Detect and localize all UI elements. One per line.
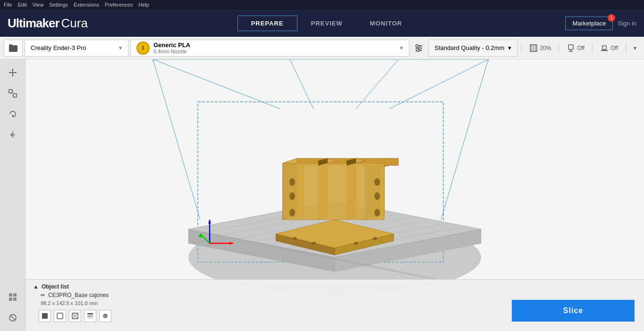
svg-line-58 bbox=[235, 211, 381, 239]
printer-selector[interactable]: Creality Ender-3 Pro ▾ bbox=[25, 40, 128, 57]
svg-line-48 bbox=[220, 236, 366, 264]
marketplace-label: Marketplace bbox=[572, 20, 606, 27]
printer-arrow: ▾ bbox=[119, 44, 122, 51]
menu-edit[interactable]: Edit bbox=[18, 2, 27, 8]
quality-label: Standard Quality - 0.2mm bbox=[434, 44, 504, 51]
svg-rect-30 bbox=[13, 298, 17, 301]
slice-button[interactable]: Slice bbox=[512, 300, 635, 322]
view-wire[interactable] bbox=[54, 310, 66, 322]
support-icon bbox=[567, 44, 575, 52]
svg-point-4 bbox=[419, 47, 421, 49]
object-list-header[interactable]: ▲ Object list bbox=[33, 283, 636, 290]
rotate-tool[interactable] bbox=[4, 106, 21, 123]
viewport[interactable]: ▲ Object list ✏ CE3PRO_Base cajones 98.2… bbox=[25, 59, 644, 331]
svg-marker-77 bbox=[318, 158, 337, 163]
svg-marker-73 bbox=[365, 158, 380, 220]
material-name: Generic PLA bbox=[153, 41, 190, 49]
object-name: CE3PRO_Base cajones bbox=[48, 292, 109, 298]
adhesion-toggle[interactable]: Off bbox=[596, 40, 622, 57]
print-settings-button[interactable] bbox=[411, 40, 426, 57]
mirror-tool[interactable] bbox=[4, 126, 21, 143]
svg-point-88 bbox=[311, 241, 316, 245]
svg-rect-99 bbox=[42, 313, 48, 319]
svg-marker-66 bbox=[276, 234, 335, 255]
infill-icon bbox=[529, 44, 538, 52]
menu-settings[interactable]: Settings bbox=[49, 2, 68, 8]
svg-line-52 bbox=[282, 249, 428, 277]
svg-line-36 bbox=[389, 59, 488, 109]
logo-cura: Cura bbox=[61, 16, 88, 31]
svg-line-33 bbox=[153, 59, 280, 109]
toolbar-row: Creality Ender-3 Pro ▾ 1 Generic PLA 0.4… bbox=[0, 37, 644, 59]
menu-preferences[interactable]: Preferences bbox=[105, 2, 133, 8]
svg-marker-46 bbox=[335, 229, 481, 272]
view-solid-alt[interactable] bbox=[99, 310, 111, 322]
left-sidebar bbox=[0, 59, 25, 331]
svg-rect-104 bbox=[87, 313, 93, 314]
settings-sliders-icon bbox=[415, 44, 423, 52]
svg-marker-72 bbox=[365, 158, 398, 168]
svg-marker-71 bbox=[365, 158, 384, 220]
main-area: ▲ Object list ✏ CE3PRO_Base cajones 98.2… bbox=[0, 59, 644, 331]
marketplace-button[interactable]: Marketplace 1 bbox=[565, 17, 613, 30]
material-selector[interactable]: 1 Generic PLA 0.4mm Nozzle ▾ bbox=[130, 40, 409, 57]
view-solid[interactable] bbox=[39, 310, 51, 322]
open-folder-button[interactable] bbox=[4, 40, 23, 57]
svg-line-95 bbox=[200, 234, 210, 243]
view-layers[interactable] bbox=[84, 310, 96, 322]
svg-point-107 bbox=[103, 314, 108, 318]
infill-label: 20% bbox=[540, 45, 551, 51]
infill-toggle[interactable]: 20% bbox=[525, 40, 555, 57]
move-tool[interactable] bbox=[4, 64, 21, 81]
svg-marker-74 bbox=[283, 158, 398, 163]
menu-file[interactable]: File bbox=[4, 2, 12, 8]
support-blocker-tool[interactable] bbox=[4, 309, 21, 326]
svg-line-64 bbox=[329, 231, 475, 259]
svg-line-61 bbox=[282, 221, 428, 249]
svg-marker-67 bbox=[335, 234, 394, 255]
svg-point-81 bbox=[289, 192, 295, 200]
menu-bar: File Edit View Settings Extensions Prefe… bbox=[0, 0, 644, 9]
svg-rect-28 bbox=[13, 293, 17, 297]
tab-prepare[interactable]: PREPARE bbox=[237, 16, 297, 31]
tab-preview[interactable]: PREVIEW bbox=[297, 16, 356, 31]
svg-line-57 bbox=[220, 207, 366, 236]
adhesion-label: Off bbox=[610, 45, 618, 51]
marketplace-badge: 1 bbox=[608, 14, 615, 22]
title-bar: Ultimaker Cura PREPARE PREVIEW MONITOR M… bbox=[0, 9, 644, 37]
svg-point-87 bbox=[292, 237, 297, 240]
nozzle-icon: 1 bbox=[136, 41, 150, 55]
svg-point-82 bbox=[289, 209, 295, 216]
quality-selector[interactable]: Standard Quality - 0.2mm ▾ bbox=[428, 40, 517, 57]
svg-marker-25 bbox=[10, 132, 13, 137]
menu-view[interactable]: View bbox=[33, 2, 44, 8]
edit-icon[interactable]: ✏ bbox=[41, 292, 45, 298]
view-xray[interactable] bbox=[69, 310, 81, 322]
material-text: Generic PLA 0.4mm Nozzle bbox=[153, 41, 190, 54]
material-sub: 0.4mm Nozzle bbox=[153, 49, 190, 54]
svg-line-62 bbox=[297, 224, 444, 252]
svg-point-89 bbox=[354, 241, 359, 245]
svg-rect-17 bbox=[9, 90, 12, 93]
quality-arrow: ▾ bbox=[508, 44, 511, 51]
svg-marker-68 bbox=[283, 158, 304, 220]
svg-marker-70 bbox=[283, 158, 297, 220]
svg-marker-69 bbox=[283, 158, 318, 168]
object-item: ✏ CE3PRO_Base cajones bbox=[41, 292, 636, 298]
svg-point-84 bbox=[374, 192, 380, 200]
svg-line-47 bbox=[204, 232, 350, 261]
scale-tool[interactable] bbox=[4, 85, 21, 102]
svg-point-5 bbox=[417, 49, 419, 51]
signin-button[interactable]: Sign in bbox=[618, 20, 636, 27]
menu-extensions[interactable]: Extensions bbox=[74, 2, 99, 8]
menu-help[interactable]: Help bbox=[138, 2, 149, 8]
support-toggle[interactable]: Off bbox=[563, 40, 588, 57]
svg-marker-92 bbox=[347, 158, 356, 166]
svg-rect-14 bbox=[602, 46, 606, 50]
more-settings[interactable]: ▾ bbox=[630, 40, 640, 57]
svg-point-83 bbox=[289, 178, 295, 186]
arrange-tool[interactable] bbox=[4, 289, 21, 306]
tab-monitor[interactable]: MONITOR bbox=[356, 16, 416, 31]
more-arrow: ▾ bbox=[634, 45, 636, 51]
svg-marker-97 bbox=[229, 242, 233, 245]
